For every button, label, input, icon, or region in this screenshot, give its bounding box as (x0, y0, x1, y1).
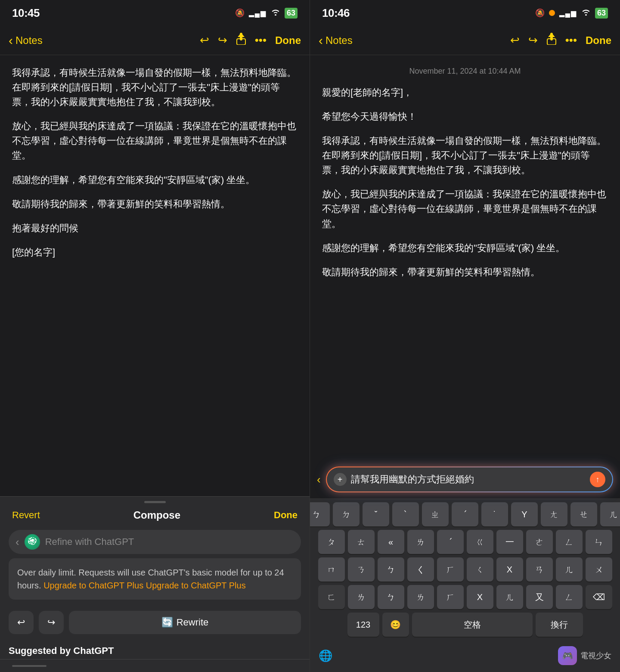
right-more-icon[interactable]: ••• (565, 34, 577, 47)
kb-key-you[interactable]: 又 (526, 585, 553, 609)
kb-key-b2[interactable]: ㄅ (378, 557, 404, 582)
left-status-bar: 10:45 🔕 ▂▄▆ 63 (0, 0, 310, 26)
kb-key-vv[interactable]: ˋ (392, 502, 419, 526)
kb-key-ㄜ[interactable]: ㄜ (526, 530, 553, 554)
left-back-button[interactable]: ‹ Notes (9, 33, 43, 48)
kb-key-Y[interactable]: Y (511, 502, 538, 526)
kb-key-ㄝ[interactable]: ㄝ (570, 502, 597, 526)
more-icon[interactable]: ••• (255, 34, 267, 47)
kb-key-r2[interactable]: ˊ (437, 530, 464, 554)
kb-key-ㄅ[interactable]: ㄅ (310, 502, 330, 526)
compose-actions: ↩ ↪ 🔄 Rewrite (0, 606, 310, 641)
kb-key-ㄤ[interactable]: ㄤ (541, 502, 567, 526)
note-para-5: 抱著最好的問候 (12, 221, 298, 236)
input-back-button[interactable]: ‹ (317, 473, 321, 486)
kb-key-ㄣ[interactable]: ㄣ (586, 530, 612, 554)
note-para-6: [您的名字] (12, 245, 298, 260)
kb-key-ㄈ[interactable]: ㄈ (318, 585, 345, 609)
kb-key-ㄏ[interactable]: ㄏ (437, 557, 464, 582)
kb-key-ㄌ[interactable]: ㄌ (407, 530, 434, 554)
right-note-para-4: 放心，我已經與我的床達成了一項協議：我保證在它的溫暖懷抱中也不忘學習，虛心對待每… (322, 187, 608, 231)
kb-delete-key[interactable]: ⌫ (586, 585, 612, 609)
kb-key-ㄇ[interactable]: ㄇ (318, 557, 345, 582)
globe-icon[interactable]: 🌐 (319, 649, 332, 663)
right-redo-icon[interactable]: ↪ (528, 34, 538, 47)
right-done-button[interactable]: Done (586, 34, 611, 47)
share-icon[interactable] (236, 33, 246, 48)
kb-key-ㄥ2[interactable]: ㄥ (556, 585, 583, 609)
svg-marker-4 (548, 33, 555, 37)
kb-key-ㄦ[interactable]: ㄦ (600, 502, 620, 526)
kb-num-key[interactable]: 123 (347, 613, 379, 637)
suggested-header: Suggested by ChatGPT (0, 641, 310, 659)
kb-key-ㄢ[interactable]: ㄢ (526, 557, 553, 582)
kb-key-ㄓ[interactable]: ㄓ (422, 502, 449, 526)
kb-key-ㄍ[interactable]: ㄍ (467, 530, 493, 554)
input-text[interactable]: 請幫我用幽默的方式拒絕婚約 (351, 473, 586, 486)
kb-key-r3[interactable]: ㄦ (556, 557, 583, 582)
kb-space-key[interactable]: 空格 (412, 613, 533, 637)
left-nav-bar: ‹ Notes ↩ ↪ ••• Done (0, 26, 310, 55)
kb-key-ㄉ[interactable]: ㄉ (333, 502, 360, 526)
kb-key-ㄥ[interactable]: ㄥ (556, 530, 583, 554)
rewrite-button[interactable]: 🔄 Rewrite (69, 611, 301, 634)
kb-key-dot[interactable]: ˙ (481, 502, 508, 526)
kb-row-5: 123 😊 空格 換行 (313, 613, 617, 637)
compose-done-button[interactable]: Done (274, 510, 298, 521)
input-send-button[interactable]: ↑ (590, 472, 605, 487)
left-note-content: 我得承認，有時候生活就像一場自發的假期一樣，無法預料地降臨。在即將到來的[請假日… (0, 55, 310, 496)
right-back-button[interactable]: ‹ Notes (319, 33, 353, 48)
compose-title: Compose (133, 509, 180, 521)
undo-compose-button[interactable]: ↩ (9, 611, 34, 634)
kb-enter-key[interactable]: 換行 (536, 613, 583, 637)
kb-key-ㄆ[interactable]: ㄆ (318, 530, 345, 554)
kb-key-《[interactable]: « (378, 530, 404, 554)
kb-key-ㄑ[interactable]: ㄑ (467, 557, 493, 582)
revert-button[interactable]: Revert (12, 510, 40, 521)
kb-key-r4[interactable]: ㄦ (496, 585, 523, 609)
note-para-2: 放心，我已經與我的床達成了一項協議：我保證在它的溫暖懷抱中也不忘學習，虛心對待每… (12, 119, 298, 163)
input-plus-button[interactable]: + (334, 473, 347, 486)
left-time: 10:45 (12, 6, 40, 20)
kb-key-yi[interactable]: 一 (496, 530, 523, 554)
watermark: 🎮 電視少女 (558, 646, 611, 665)
kb-key-ㄨ[interactable]: ㄨ (586, 557, 612, 582)
limit-notice: Over daily limit. Requests will use Chat… (9, 558, 301, 600)
right-signal-icon: ▂▄▆ (559, 9, 577, 17)
kb-row-2: ㄆ ㄊ « ㄌ ˊ ㄍ 一 ㄜ ㄥ ㄣ (313, 530, 617, 554)
kb-key-く[interactable]: く (407, 557, 434, 582)
orange-dot-indicator (549, 10, 555, 16)
kb-key-r[interactable]: ˊ (452, 502, 478, 526)
kb-key-l2[interactable]: ㄌ (348, 585, 375, 609)
chatgpt-back-button[interactable]: ‹ (16, 535, 19, 549)
redo-compose-button[interactable]: ↪ (39, 611, 64, 634)
input-bar: ‹ + 請幫我用幽默的方式拒絕婚約 ↑ (310, 460, 620, 499)
battery-badge: 63 (285, 8, 298, 19)
kb-key-ㄋ[interactable]: ㄋ (348, 557, 375, 582)
watermark-logo: 🎮 (558, 646, 577, 665)
kb-key-ㄏ2[interactable]: ㄏ (437, 585, 464, 609)
right-share-icon[interactable] (546, 33, 557, 48)
kb-key-X2[interactable]: X (467, 585, 493, 609)
upgrade-link[interactable]: Upgrade to ChatGPT Plus (43, 581, 143, 590)
kb-key-X[interactable]: X (496, 557, 523, 582)
chatgpt-input-row[interactable]: ‹ Refine with ChatGPT (9, 530, 301, 554)
redo-icon[interactable]: ↪ (218, 34, 227, 47)
right-nav-bar: ‹ Notes ↩ ↪ ••• Done (310, 26, 620, 55)
right-undo-icon[interactable]: ↩ (510, 34, 520, 47)
undo-icon[interactable]: ↩ (200, 34, 209, 47)
kb-key-ㄊ[interactable]: ㄊ (348, 530, 375, 554)
kb-emoji-key[interactable]: 😊 (382, 613, 409, 637)
note-date: November 11, 2024 at 10:44 AM (322, 65, 608, 78)
kb-key-ㄌ2[interactable]: ㄌ (407, 585, 434, 609)
mute-icon: 🔕 (235, 8, 245, 18)
kb-key-ㄅ3[interactable]: ㄅ (378, 585, 404, 609)
kb-row-4: ㄈ ㄌ ㄅ ㄌ ㄏ X ㄦ 又 ㄥ ⌫ (313, 585, 617, 609)
svg-marker-1 (238, 33, 245, 37)
upgrade-link-text[interactable]: Upgrade to ChatGPT Plus (146, 581, 246, 590)
left-done-button[interactable]: Done (275, 34, 301, 47)
note-para-1: 我得承認，有時候生活就像一場自發的假期一樣，無法預料地降臨。在即將到來的[請假日… (12, 65, 298, 109)
kb-key-v[interactable]: ˇ (363, 502, 389, 526)
keyboard-bottom-bar: 🌐 🎮 電視少女 (310, 642, 620, 672)
input-field-wrap[interactable]: + 請幫我用幽默的方式拒絕婚約 ↑ (326, 467, 613, 492)
